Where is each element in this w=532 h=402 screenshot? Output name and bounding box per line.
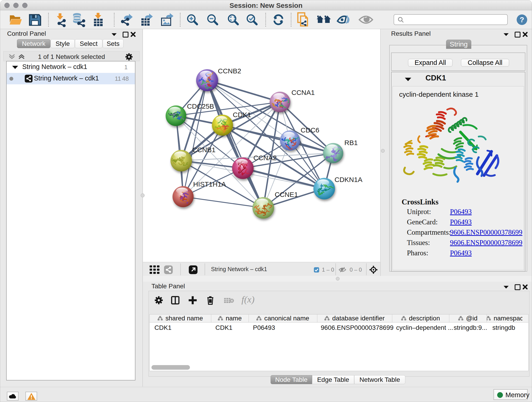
- svg-text:CDC6: CDC6: [301, 126, 319, 134]
- svg-text:CDC25B: CDC25B: [187, 102, 214, 110]
- svg-text:CDK1: CDK1: [233, 111, 251, 119]
- svg-text:RB1: RB1: [344, 139, 358, 147]
- svg-text:CCNE1: CCNE1: [275, 191, 298, 198]
- svg-text:CCNA1: CCNA1: [291, 89, 315, 96]
- svg-text:CDKN1A: CDKN1A: [335, 176, 362, 183]
- svg-text:CCNB2: CCNB2: [218, 67, 241, 75]
- svg-text:HIST1H1A: HIST1H1A: [193, 180, 226, 188]
- svg-text:CCNA2: CCNA2: [253, 154, 277, 162]
- svg-text:CCNB1: CCNB1: [192, 146, 215, 153]
